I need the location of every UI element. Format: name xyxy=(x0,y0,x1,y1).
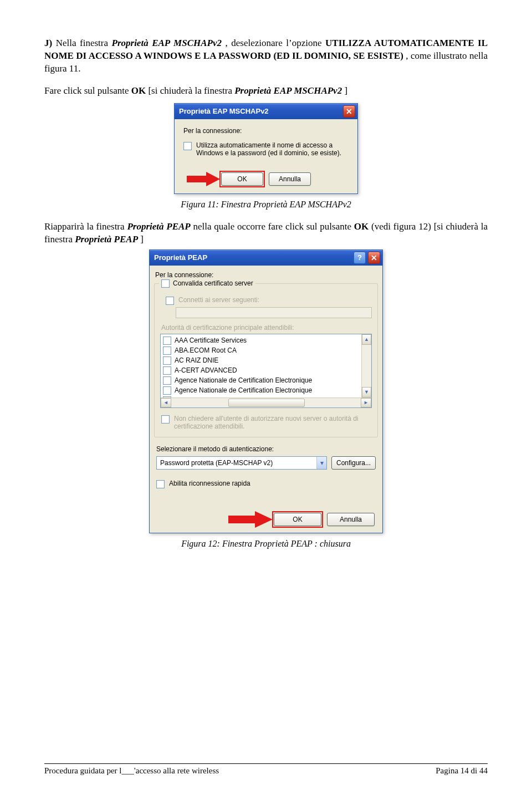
checkbox-icon xyxy=(166,297,174,305)
callout-arrow-icon xyxy=(228,511,273,528)
titlebar[interactable]: Proprietà EAP MSCHAPv2 ✕ xyxy=(175,104,357,119)
checkbox-icon[interactable] xyxy=(163,376,171,385)
list-item-label: AC RAIZ DNIE xyxy=(175,356,218,364)
ca-listbox[interactable]: AAA Certificate ServicesABA.ECOM Root CA… xyxy=(160,334,372,408)
connection-label: Per la connessione: xyxy=(150,266,382,279)
list-item[interactable]: AC RAIZ DNIE xyxy=(163,355,369,365)
dialog-title: Proprietà EAP MSCHAPv2 xyxy=(179,107,343,115)
paragraph-step-j: J) Nella finestra Proprietà EAP MSCHAPv2… xyxy=(44,37,488,75)
scroll-track[interactable] xyxy=(171,398,361,407)
figure-caption-12: Figura 12: Finestra Proprietà PEAP : chi… xyxy=(44,539,488,549)
help-icon[interactable]: ? xyxy=(354,252,366,264)
text: ] xyxy=(140,234,144,244)
dialog-title: Proprietà PEAP xyxy=(154,253,354,262)
list-items: AAA Certificate ServicesABA.ECOM Root CA… xyxy=(161,334,371,397)
checkbox-row-no-prompt: Non chiedere all'utente di autorizzare n… xyxy=(161,415,372,430)
list-item[interactable]: AAA Certificate Services xyxy=(163,335,369,345)
close-icon[interactable]: ✕ xyxy=(368,252,380,264)
svg-marker-1 xyxy=(228,511,273,528)
document-page: J) Nella finestra Proprietà EAP MSCHAPv2… xyxy=(0,0,532,790)
checkbox-row-auto-login[interactable]: Utilizza automaticamente il nome di acce… xyxy=(183,141,349,157)
text: [si chiuderà la finestra xyxy=(148,85,234,96)
checkbox-label: Utilizza automaticamente il nome di acce… xyxy=(196,141,349,157)
servers-input xyxy=(176,307,372,318)
list-item-label: ABA.ECOM Root CA xyxy=(175,346,237,354)
groupbox-server-validation: Convalida certificato server Connetti ai… xyxy=(154,283,378,437)
checkbox-icon[interactable] xyxy=(163,396,171,397)
text: , deselezionare l’opzione xyxy=(226,38,326,48)
checkbox-icon[interactable] xyxy=(163,386,171,395)
scroll-track[interactable] xyxy=(362,345,371,387)
list-item[interactable]: A-CERT ADVANCED xyxy=(163,365,369,375)
text: Nella finestra xyxy=(56,38,112,48)
footer-right: Pagina 14 di 44 xyxy=(436,766,488,776)
vertical-scrollbar[interactable]: ▲ ▼ xyxy=(361,334,371,397)
text: nella quale occorre fare click sul pulsa… xyxy=(193,221,354,232)
dialog-body: Per la connessione: Utilizza automaticam… xyxy=(175,119,357,193)
cancel-button[interactable]: Annulla xyxy=(269,172,311,186)
auth-method-label: Selezionare il metodo di autenticazione: xyxy=(150,445,382,453)
list-item-label: AAA Certificate Services xyxy=(175,337,247,344)
list-item[interactable]: Agence Nationale de Certification Electr… xyxy=(163,375,369,385)
scroll-thumb[interactable] xyxy=(228,399,305,407)
checkbox-label: Abilita riconnessione rapida xyxy=(169,480,250,487)
ca-list-label: Autorità di certificazione principale at… xyxy=(161,324,372,332)
footer-left: Procedura guidata per l___'accesso alla … xyxy=(44,766,219,776)
checkbox-icon xyxy=(161,415,170,424)
scroll-left-icon[interactable]: ◄ xyxy=(161,398,171,407)
ref-prop-eap: Proprietà EAP MSCHAPv2 xyxy=(112,38,222,48)
ok-word: OK xyxy=(354,221,369,232)
list-item-label: Agence Nationale de Certification Electr… xyxy=(175,376,312,384)
highlight-box xyxy=(219,171,265,187)
checkbox-icon[interactable] xyxy=(163,337,171,345)
auth-method-combobox[interactable]: Password protetta (EAP-MSCHAP v2) ▾ xyxy=(156,456,327,470)
step-letter: J) xyxy=(44,38,52,48)
text: ] xyxy=(344,85,347,96)
checkbox-icon[interactable] xyxy=(163,346,171,355)
text: Fare click sul pulsante xyxy=(44,85,131,96)
auth-method-value: Password protetta (EAP-MSCHAP v2) xyxy=(160,459,273,467)
checkbox-label: Connetti ai server seguenti: xyxy=(178,296,259,304)
list-scroll-area: AAA Certificate ServicesABA.ECOM Root CA… xyxy=(161,334,371,397)
list-item-label: A-CERT ADVANCED xyxy=(175,366,237,374)
checkbox-icon[interactable] xyxy=(161,279,170,288)
list-item[interactable]: ABA.ECOM Root CA xyxy=(163,345,369,355)
configure-button[interactable]: Configura... xyxy=(331,456,376,470)
ref-prop-peap: Proprietà PEAP xyxy=(75,234,138,244)
ref-prop-eap: Proprietà EAP MSCHAPv2 xyxy=(234,85,342,96)
button-row: OK Annulla xyxy=(150,507,382,533)
scroll-up-icon[interactable]: ▲ xyxy=(362,334,371,345)
checkbox-icon[interactable] xyxy=(163,366,171,375)
page-footer: Procedura guidata per l___'accesso alla … xyxy=(44,763,488,776)
dialog-peap: Proprietà PEAP ? ✕ Per la connessione: C… xyxy=(149,249,383,533)
connection-label: Per la connessione: xyxy=(183,127,349,135)
dialog-eap-mschapv2: Proprietà EAP MSCHAPv2 ✕ Per la connessi… xyxy=(174,103,358,194)
list-item[interactable]: America Online Root Certification Author… xyxy=(163,395,369,397)
text: Riapparirà la finestra xyxy=(44,221,127,232)
ref-prop-peap: Proprietà PEAP xyxy=(127,221,190,232)
checkbox-label: Convalida certificato server xyxy=(173,279,253,287)
button-row: OK Annulla xyxy=(183,172,349,186)
scroll-down-icon[interactable]: ▼ xyxy=(362,387,371,397)
list-item[interactable]: Agence Nationale de Certification Electr… xyxy=(163,385,369,395)
checkbox-row-fast-reconnect[interactable]: Abilita riconnessione rapida xyxy=(150,480,382,492)
ok-word: OK xyxy=(131,85,146,96)
cancel-button[interactable]: Annulla xyxy=(327,513,375,526)
checkbox-icon[interactable] xyxy=(163,356,171,365)
close-icon[interactable]: ✕ xyxy=(343,105,355,118)
callout-arrow-icon xyxy=(187,172,220,186)
svg-marker-0 xyxy=(187,172,220,186)
list-item-label: America Online Root Certification Author… xyxy=(175,396,306,397)
list-item-label: Agence Nationale de Certification Electr… xyxy=(175,386,312,394)
paragraph-peap-reappear: Riapparirà la finestra Proprietà PEAP ne… xyxy=(44,221,488,246)
ok-highlight-wrap: OK xyxy=(274,513,321,526)
checkbox-icon[interactable] xyxy=(183,142,192,150)
titlebar[interactable]: Proprietà PEAP ? ✕ xyxy=(150,250,382,266)
groupbox-label[interactable]: Convalida certificato server xyxy=(159,279,255,288)
checkbox-row-connect-servers: Connetti ai server seguenti: xyxy=(166,296,372,305)
paragraph-click-ok: Fare click sul pulsante OK [si chiuderà … xyxy=(44,85,488,98)
horizontal-scrollbar[interactable]: ◄ ► xyxy=(161,397,371,407)
chevron-down-icon[interactable]: ▾ xyxy=(316,457,326,469)
scroll-right-icon[interactable]: ► xyxy=(361,398,371,407)
checkbox-icon[interactable] xyxy=(156,480,165,488)
